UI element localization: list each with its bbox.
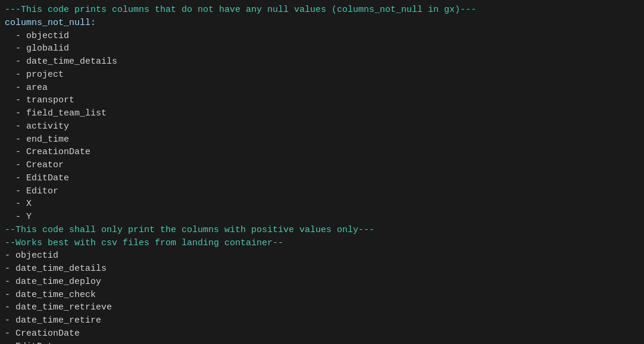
terminal-line: - Creator [5,159,639,172]
terminal-line: - objectid [5,249,639,262]
terminal-line: - date_time_check [5,289,639,302]
terminal-line: - EditDate [5,340,639,345]
terminal-line: - date_time_details [5,262,639,276]
terminal-line: - date_time_deploy [5,276,639,289]
terminal-line: ---This code prints columns that do not … [5,4,639,17]
terminal-line: - area [5,82,639,95]
terminal-line: - field_team_list [5,107,639,120]
terminal-line: - date_time_retrieve [5,301,639,314]
terminal-line: --Works best with csv files from landing… [5,237,639,250]
terminal-line: - objectid [5,30,639,43]
terminal-line: - activity [5,120,639,133]
terminal-line: - X [5,198,639,211]
terminal-line: - end_time [5,133,639,146]
terminal-line: - EditDate [5,172,639,185]
terminal-line: - CreationDate [5,146,639,159]
terminal-line: - date_time_retire [5,314,639,327]
terminal-line: columns_not_null: [5,17,639,30]
terminal-line: - CreationDate [5,327,639,340]
terminal-line: - date_time_details [5,55,639,68]
terminal-line: - Editor [5,185,639,198]
terminal-line: - globalid [5,42,639,55]
terminal-line: - project [5,68,639,82]
terminal-output: ---This code prints columns that do not … [0,0,644,344]
terminal-line: - transport [5,94,639,107]
terminal-line: --This code shall only print the columns… [5,224,639,237]
terminal-line: - Y [5,211,639,224]
